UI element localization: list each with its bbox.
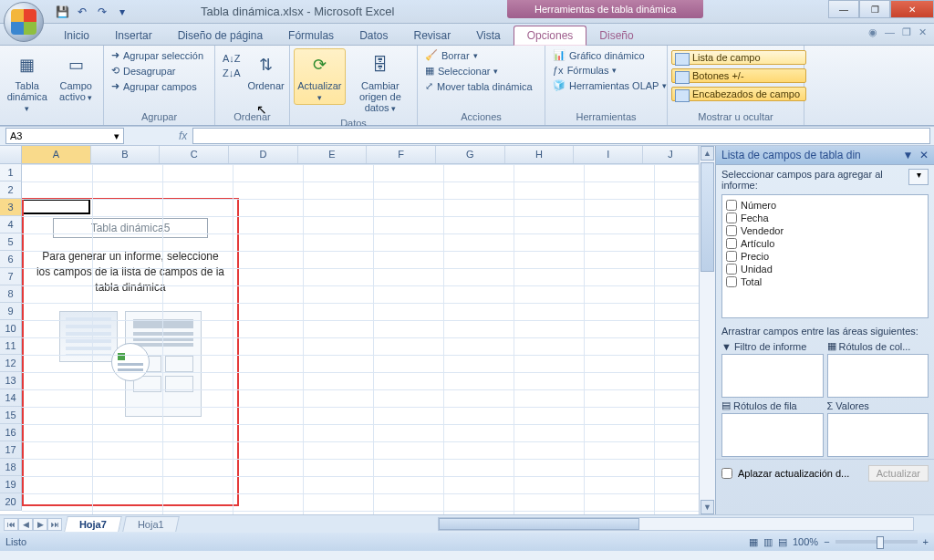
doc-help[interactable]: ◉ [868, 26, 877, 38]
sheet-tab-other[interactable]: Hoja1 [122, 516, 179, 532]
fx-label[interactable]: fx [179, 130, 187, 142]
field-checkbox[interactable] [726, 213, 737, 223]
btn-ordenar[interactable]: ⇅ Ordenar ↖ [246, 48, 286, 94]
field-item[interactable]: Fecha [726, 212, 924, 224]
btn-olap[interactable]: 🧊Herramientas OLAP [549, 78, 670, 92]
field-checkbox[interactable] [726, 238, 737, 249]
col-header-G[interactable]: G [436, 146, 505, 163]
tab-inicio[interactable]: Inicio [51, 26, 102, 45]
btn-tabla-dinamica[interactable]: ▦ Tabla dinámica [4, 48, 51, 116]
window-minimize[interactable]: — [828, 0, 859, 18]
window-close[interactable]: ✕ [890, 0, 934, 18]
zoom-in[interactable]: + [923, 536, 929, 547]
btn-mover[interactable]: ⤢Mover tabla dinámica [421, 79, 536, 93]
btn-seleccionar[interactable]: ▦Seleccionar [421, 64, 536, 78]
row-header-10[interactable]: 10 [0, 320, 22, 337]
office-button[interactable] [4, 2, 44, 42]
row-header-20[interactable]: 20 [0, 493, 22, 511]
sheet-nav-prev[interactable]: ◀ [18, 518, 33, 531]
vertical-scrollbar[interactable]: ▲ ▼ [699, 146, 715, 514]
formula-bar[interactable] [192, 128, 930, 144]
row-header-8[interactable]: 8 [0, 285, 22, 303]
field-checkbox[interactable] [726, 251, 737, 262]
btn-sort-desc[interactable]: Z↓A [219, 67, 244, 79]
sheet-tab-active[interactable]: Hoja7 [64, 516, 122, 532]
field-item[interactable]: Unidad [726, 263, 924, 275]
horizontal-scrollbar[interactable] [438, 517, 914, 531]
zoom-slider[interactable] [835, 540, 918, 544]
row-header-3[interactable]: 3 [0, 199, 22, 216]
qat-customize[interactable]: ▾ [113, 3, 131, 21]
area-filter-box[interactable] [721, 354, 824, 398]
field-item[interactable]: Total [726, 275, 924, 288]
field-checkbox[interactable] [726, 225, 737, 236]
btn-formulas[interactable]: ƒxFórmulas [549, 64, 670, 77]
btn-cambiar-origen[interactable]: 🗄 Cambiar origen de datos [348, 48, 413, 116]
tab-datos[interactable]: Datos [347, 26, 400, 45]
row-header-14[interactable]: 14 [0, 389, 22, 407]
btn-agrupar-campos[interactable]: ➜Agrupar campos [108, 79, 207, 93]
view-pagebreak-icon[interactable]: ▤ [778, 536, 787, 548]
col-header-I[interactable]: I [574, 146, 643, 163]
row-header-7[interactable]: 7 [0, 268, 22, 285]
field-item[interactable]: Artículo [726, 237, 924, 250]
row-header-9[interactable]: 9 [0, 303, 22, 320]
btn-borrar[interactable]: 🧹Borrar [421, 48, 536, 62]
defer-update-checkbox[interactable] [721, 468, 732, 479]
btn-actualizar[interactable]: ⟳ Actualizar [294, 48, 346, 105]
btn-sort-asc[interactable]: A↓Z [219, 52, 244, 65]
row-header-6[interactable]: 6 [0, 251, 22, 268]
zoom-out[interactable]: − [824, 536, 829, 547]
tab-diseno-pagina[interactable]: Diseño de página [165, 26, 275, 45]
tab-formulas[interactable]: Fórmulas [275, 26, 347, 45]
row-header-17[interactable]: 17 [0, 441, 22, 459]
col-header-F[interactable]: F [367, 146, 436, 163]
field-item[interactable]: Vendedor [726, 224, 924, 237]
field-list[interactable]: NúmeroFechaVendedorArtículoPrecioUnidadT… [721, 194, 929, 318]
tab-diseno[interactable]: Diseño [586, 26, 646, 45]
doc-restore[interactable]: ❐ [902, 26, 911, 38]
row-header-12[interactable]: 12 [0, 355, 22, 372]
qat-save[interactable]: 💾 [53, 3, 71, 21]
area-rows-box[interactable] [721, 413, 824, 457]
col-header-A[interactable]: A [22, 146, 91, 163]
tab-vista[interactable]: Vista [463, 26, 513, 45]
col-header-D[interactable]: D [229, 146, 298, 163]
btn-desagrupar[interactable]: ⟲Desagrupar [108, 64, 207, 78]
row-header-19[interactable]: 19 [0, 476, 22, 493]
spreadsheet-grid[interactable]: ABCDEFGHIJ 12345678910111213141516171819… [0, 146, 699, 514]
col-header-H[interactable]: H [505, 146, 575, 163]
tab-revisar[interactable]: Revisar [400, 26, 463, 45]
area-vals-box[interactable] [827, 413, 929, 457]
col-header-E[interactable]: E [298, 146, 368, 163]
row-header-1[interactable]: 1 [0, 164, 22, 181]
btn-agrupar-seleccion[interactable]: ➜Agrupar selección [108, 48, 207, 62]
pivot-placeholder[interactable]: Tabla dinámica5 Para generar un informe,… [22, 198, 239, 506]
toggle-encabezados[interactable]: Encabezados de campo [671, 87, 806, 101]
window-maximize[interactable]: ❐ [859, 0, 890, 18]
field-checkbox[interactable] [726, 200, 737, 211]
tab-opciones[interactable]: Opciones [514, 26, 587, 46]
row-header-18[interactable]: 18 [0, 459, 22, 476]
row-header-4[interactable]: 4 [0, 216, 22, 233]
field-item[interactable]: Precio [726, 250, 924, 263]
select-all-corner[interactable] [0, 146, 22, 164]
field-item[interactable]: Número [726, 199, 924, 212]
sheet-nav-last[interactable]: ⏭ [47, 518, 62, 531]
update-button[interactable]: Actualizar [868, 465, 929, 482]
field-panel-close[interactable]: ✕ [919, 149, 929, 161]
doc-close[interactable]: ✕ [918, 26, 927, 38]
tab-insertar[interactable]: Insertar [102, 26, 165, 45]
row-header-2[interactable]: 2 [0, 181, 22, 199]
col-header-B[interactable]: B [91, 146, 161, 163]
field-checkbox[interactable] [726, 264, 737, 275]
toggle-botones[interactable]: Botones +/- [671, 68, 806, 83]
field-panel-layout-btn[interactable]: ▾ [908, 169, 929, 185]
btn-grafico-dinamico[interactable]: 📊Gráfico dinámico [549, 48, 670, 62]
row-header-15[interactable]: 15 [0, 407, 22, 424]
zoom-level[interactable]: 100% [793, 536, 818, 547]
field-panel-dropdown-icon[interactable]: ▼ [902, 149, 913, 161]
row-header-13[interactable]: 13 [0, 372, 22, 389]
btn-campo-activo[interactable]: ▭ Campo activo [53, 48, 100, 105]
area-cols-box[interactable] [827, 354, 929, 398]
